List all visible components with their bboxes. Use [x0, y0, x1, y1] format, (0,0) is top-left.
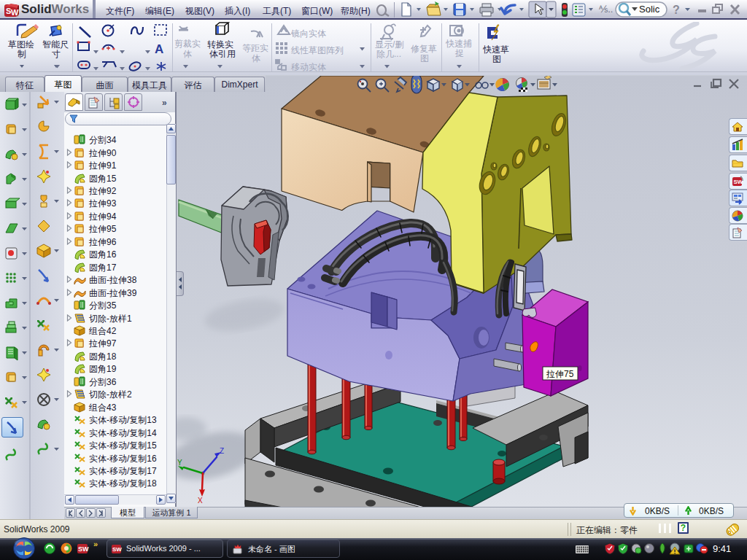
svg-text:SW: SW: [112, 546, 122, 553]
svg-text:A: A: [155, 42, 163, 56]
svg-text:SW: SW: [78, 545, 89, 553]
svg-text:Y: Y: [177, 459, 182, 467]
svg-text:Z: Z: [220, 447, 224, 455]
svg-text:W: W: [11, 8, 19, 17]
svg-text:X: X: [198, 497, 203, 505]
svg-text:?: ?: [673, 4, 680, 16]
svg-text:⅍..: ⅍..: [599, 4, 613, 15]
svg-text:Solic: Solic: [639, 4, 660, 15]
svg-text:SW: SW: [734, 179, 743, 185]
svg-text:拉伸75: 拉伸75: [546, 369, 574, 379]
